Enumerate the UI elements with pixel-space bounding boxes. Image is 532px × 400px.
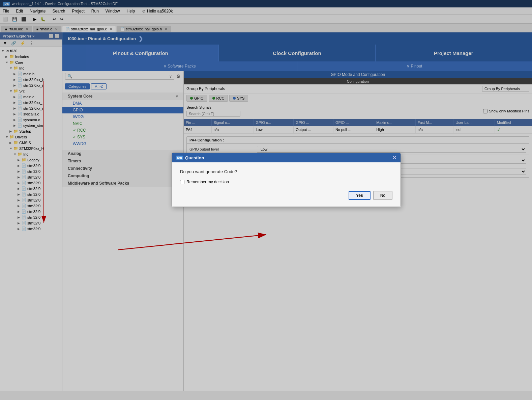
dialog-close-btn[interactable]: ✕ — [392, 155, 396, 160]
dialog-title-text: Question — [185, 155, 204, 160]
dialog-checkbox-row: Remember my decision — [180, 180, 392, 184]
dialog-title-bar: IDE Question ✕ — [172, 153, 401, 162]
dialog-body: Do you want generate Code? Remember my d… — [172, 162, 401, 207]
dialog-no-btn[interactable]: No — [373, 191, 392, 200]
question-dialog: IDE Question ✕ Do you want generate Code… — [172, 153, 401, 207]
dialog-ide-icon: IDE — [176, 156, 183, 160]
dialog-remember-checkbox[interactable] — [180, 180, 184, 184]
dialog-buttons: Yes No — [180, 191, 392, 200]
dialog-question: Do you want generate Code? — [180, 169, 392, 174]
dialog-yes-btn[interactable]: Yes — [349, 191, 371, 200]
dialog-overlay[interactable]: IDE Question ✕ Do you want generate Code… — [0, 0, 532, 391]
dialog-remember-label: Remember my decision — [186, 180, 229, 184]
